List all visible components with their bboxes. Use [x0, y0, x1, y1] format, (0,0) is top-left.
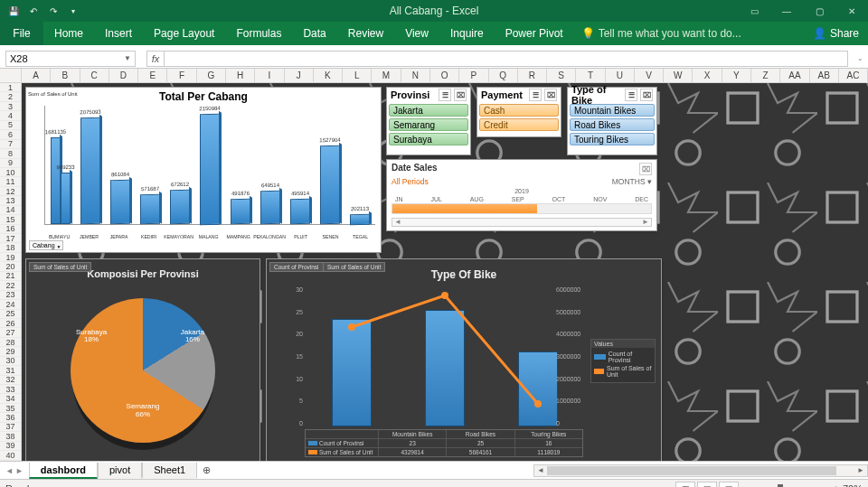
row-header[interactable]: 14 — [0, 206, 21, 215]
close-icon[interactable]: ✕ — [835, 0, 868, 22]
horizontal-scrollbar[interactable]: ◄► — [533, 464, 868, 477]
ribbon-tab-insert[interactable]: Insert — [94, 22, 143, 45]
row-header[interactable]: 28 — [0, 338, 21, 347]
row-header[interactable]: 17 — [0, 234, 21, 243]
row-header[interactable]: 26 — [0, 319, 21, 328]
multiselect-icon[interactable]: ☰ — [529, 89, 542, 101]
zoom-out-button[interactable]: − — [748, 483, 753, 488]
clear-filter-icon[interactable]: ⌧ — [639, 163, 652, 175]
ribbon-tab-formulas[interactable]: Formulas — [225, 22, 292, 45]
view-normal-icon[interactable]: ▦ — [675, 482, 695, 488]
view-pagelayout-icon[interactable]: ▤ — [697, 482, 717, 488]
ribbon-tab-review[interactable]: Review — [337, 22, 394, 45]
row-header[interactable]: 20 — [0, 262, 21, 271]
timeline-track[interactable] — [392, 203, 652, 214]
worksheet-canvas[interactable]: Sum of Sales of Unit Total Per Cabang 16… — [22, 83, 868, 461]
slicer-item[interactable]: Semarang — [389, 118, 468, 131]
row-header[interactable]: 3 — [0, 102, 21, 111]
column-header[interactable]: S — [547, 69, 576, 82]
fx-button[interactable]: fx — [146, 51, 165, 67]
zoom-in-button[interactable]: + — [834, 483, 839, 488]
row-header[interactable]: 33 — [0, 385, 21, 394]
row-header[interactable]: 18 — [0, 243, 21, 252]
column-header[interactable]: R — [518, 69, 547, 82]
row-header[interactable]: 35 — [0, 404, 21, 413]
row-header[interactable]: 2 — [0, 92, 21, 101]
column-header[interactable]: AC — [839, 69, 868, 82]
column-header[interactable]: AB — [810, 69, 839, 82]
view-pagebreak-icon[interactable]: ▣ — [719, 482, 739, 488]
column-header[interactable]: N — [401, 69, 430, 82]
clear-filter-icon[interactable]: ⌧ — [454, 89, 467, 101]
column-header[interactable]: U — [606, 69, 635, 82]
sheet-tab-sheet1[interactable]: Sheet1 — [142, 463, 197, 479]
row-header[interactable]: 34 — [0, 394, 21, 403]
slicer-item[interactable]: Road Bikes — [570, 118, 655, 131]
row-header[interactable]: 39 — [0, 442, 21, 451]
qat-undo-icon[interactable]: ↶ — [25, 3, 42, 19]
row-header[interactable]: 25 — [0, 310, 21, 319]
slicer-item[interactable]: Credit — [479, 118, 559, 131]
column-header[interactable]: D — [109, 69, 138, 82]
row-header[interactable]: 11 — [0, 177, 21, 186]
row-header[interactable]: 12 — [0, 187, 21, 196]
column-header[interactable]: H — [226, 69, 255, 82]
file-tab[interactable]: File — [0, 22, 43, 45]
column-header[interactable]: F — [167, 69, 196, 82]
row-header[interactable]: 31 — [0, 366, 21, 375]
slicer-type-of-bike[interactable]: Type of Bike☰⌧ Mountain BikesRoad BikesT… — [567, 87, 657, 155]
sheet-tab-dashbord[interactable]: dashbord — [29, 463, 98, 479]
ribbon-tab-data[interactable]: Data — [292, 22, 336, 45]
column-header[interactable]: E — [138, 69, 167, 82]
timeline-scrollbar[interactable] — [392, 218, 652, 227]
column-header[interactable]: T — [576, 69, 605, 82]
column-header[interactable]: A — [22, 69, 51, 82]
row-header[interactable]: 27 — [0, 328, 21, 337]
row-header[interactable]: 19 — [0, 253, 21, 262]
qat-redo-icon[interactable]: ↷ — [45, 3, 61, 19]
column-header[interactable]: L — [343, 69, 372, 82]
timeline-period-dropdown[interactable]: MONTHS ▾ — [612, 177, 652, 186]
minimize-icon[interactable]: — — [770, 0, 803, 22]
row-header[interactable]: 22 — [0, 281, 21, 290]
chevron-down-icon[interactable]: ▼ — [124, 54, 131, 62]
row-header[interactable]: 13 — [0, 196, 21, 205]
row-header[interactable]: 23 — [0, 291, 21, 300]
multiselect-icon[interactable]: ☰ — [625, 89, 637, 101]
tell-me-input[interactable]: 💡 Tell me what you want to do... — [574, 22, 749, 45]
column-header[interactable]: K — [314, 69, 343, 82]
row-header[interactable]: 30 — [0, 357, 21, 366]
row-header[interactable]: 36 — [0, 413, 21, 422]
ribbon-tab-page-layout[interactable]: Page Layout — [143, 22, 225, 45]
row-header[interactable]: 38 — [0, 432, 21, 441]
clear-filter-icon[interactable]: ⌧ — [640, 89, 653, 101]
column-header[interactable]: V — [635, 69, 664, 82]
column-header[interactable]: O — [430, 69, 459, 82]
row-header[interactable]: 8 — [0, 149, 21, 158]
formula-input[interactable] — [165, 51, 848, 67]
qat-save-icon[interactable]: 💾 — [5, 3, 22, 19]
ribbon-tab-view[interactable]: View — [394, 22, 439, 45]
chart-total-per-cabang[interactable]: Sum of Sales of Unit Total Per Cabang 16… — [25, 87, 382, 253]
row-header[interactable]: 4 — [0, 111, 21, 120]
ribbon-options-icon[interactable]: ▭ — [738, 0, 770, 22]
column-header[interactable]: Y — [722, 69, 751, 82]
ribbon-tab-home[interactable]: Home — [43, 22, 94, 45]
clear-filter-icon[interactable]: ⌧ — [544, 89, 557, 101]
row-header[interactable]: 9 — [0, 159, 21, 168]
slicer-item[interactable]: Mountain Bikes — [570, 104, 655, 117]
chart-komposisi-provinsi[interactable]: Sum of Sales of Unit Komposisi Per Provi… — [25, 258, 260, 461]
row-header[interactable]: 16 — [0, 225, 21, 234]
column-header[interactable]: I — [255, 69, 284, 82]
chart-type-of-bike[interactable]: Count of Provinsi Sum of Sales of Unit T… — [266, 258, 662, 461]
share-button[interactable]: 👤 Share — [804, 22, 868, 45]
slicer-payment[interactable]: Payment☰⌧ CashCredit — [476, 87, 561, 137]
column-header[interactable]: AA — [780, 69, 809, 82]
expand-formula-icon[interactable]: ⌄ — [852, 51, 868, 67]
row-header[interactable]: 40 — [0, 451, 21, 460]
row-header[interactable]: 6 — [0, 130, 21, 139]
multiselect-icon[interactable]: ☰ — [439, 89, 451, 101]
slicer-item[interactable]: Cash — [479, 104, 559, 117]
row-header[interactable]: 21 — [0, 272, 21, 281]
timeline-date-sales[interactable]: Date Sales⌧ All PeriodsMONTHS ▾ 2019 JNJ… — [386, 159, 657, 231]
